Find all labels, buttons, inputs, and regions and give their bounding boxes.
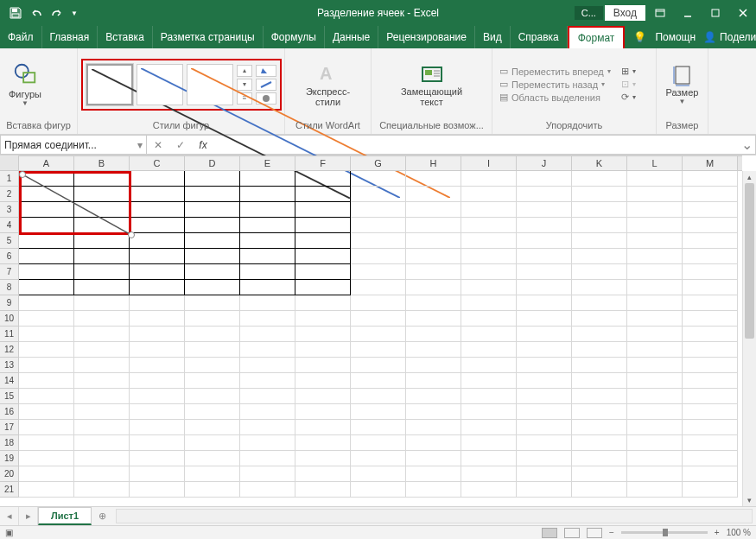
cell[interactable]	[74, 373, 130, 389]
cell[interactable]	[74, 358, 130, 373]
row-header[interactable]: 14	[0, 373, 19, 389]
cell[interactable]	[295, 202, 351, 218]
cell[interactable]	[406, 202, 461, 218]
cell[interactable]	[295, 373, 351, 389]
cell[interactable]	[130, 404, 185, 420]
cell[interactable]	[185, 187, 240, 202]
cell[interactable]	[572, 327, 627, 342]
cell[interactable]	[351, 342, 406, 358]
tab-файл[interactable]: Файл	[0, 26, 42, 48]
cell[interactable]	[461, 389, 517, 404]
cell[interactable]	[295, 280, 351, 295]
scroll-up-icon[interactable]: ▴	[743, 171, 756, 183]
cell[interactable]	[461, 358, 517, 373]
cell[interactable]	[130, 171, 185, 187]
cell[interactable]	[19, 358, 74, 373]
line-shape[interactable]	[22, 174, 131, 235]
cell[interactable]	[130, 327, 185, 342]
row-header[interactable]: 3	[0, 202, 19, 218]
new-sheet-icon[interactable]: ⊕	[92, 507, 112, 525]
cell[interactable]	[351, 373, 406, 389]
cell[interactable]	[240, 327, 295, 342]
rotate-button[interactable]: ⟳▾	[621, 92, 636, 103]
row-header[interactable]: 1	[0, 171, 19, 187]
cell[interactable]	[572, 373, 627, 389]
cell[interactable]	[627, 389, 683, 404]
cell[interactable]	[683, 420, 738, 435]
shape-handle-end[interactable]	[128, 231, 135, 238]
cell[interactable]	[683, 218, 738, 233]
normal-view-icon[interactable]	[542, 528, 557, 538]
sheet-nav-next-icon[interactable]: ▸	[19, 507, 38, 525]
row-header[interactable]: 13	[0, 358, 19, 373]
cell[interactable]	[351, 451, 406, 466]
cell[interactable]	[185, 171, 240, 187]
tab-формат[interactable]: Формат	[568, 26, 626, 48]
cell[interactable]	[406, 264, 461, 280]
cell[interactable]	[74, 466, 130, 482]
sheet-nav-prev-icon[interactable]: ◂	[0, 507, 19, 525]
cell[interactable]	[19, 404, 74, 420]
row-header[interactable]: 9	[0, 295, 19, 311]
cell[interactable]	[627, 327, 683, 342]
cell[interactable]	[406, 389, 461, 404]
column-header[interactable]: K	[572, 156, 627, 170]
cell[interactable]	[185, 342, 240, 358]
cell[interactable]	[627, 451, 683, 466]
cell[interactable]	[683, 249, 738, 264]
cell[interactable]	[240, 171, 295, 187]
cell[interactable]	[19, 327, 74, 342]
cell[interactable]	[683, 404, 738, 420]
cell[interactable]	[185, 466, 240, 482]
cell[interactable]	[351, 389, 406, 404]
scroll-down-icon[interactable]: ▾	[743, 494, 756, 506]
cell[interactable]	[240, 295, 295, 311]
column-header[interactable]: L	[627, 156, 683, 170]
column-header[interactable]: G	[351, 156, 406, 170]
cell[interactable]	[295, 171, 351, 187]
cell[interactable]	[19, 466, 74, 482]
size-button[interactable]: Размер ▼	[661, 61, 704, 107]
tab-рецензирование[interactable]: Рецензирование	[378, 26, 475, 48]
cell[interactable]	[295, 358, 351, 373]
horizontal-scrollbar[interactable]	[116, 509, 753, 523]
cell[interactable]	[351, 311, 406, 327]
cell[interactable]	[19, 435, 74, 451]
cell[interactable]	[517, 342, 572, 358]
cell[interactable]	[185, 280, 240, 295]
cell[interactable]	[461, 218, 517, 233]
cell[interactable]	[461, 311, 517, 327]
cell[interactable]	[517, 218, 572, 233]
cell[interactable]	[74, 420, 130, 435]
cell[interactable]	[406, 466, 461, 482]
style-thumb-3[interactable]	[187, 64, 233, 105]
cell[interactable]	[240, 187, 295, 202]
cell[interactable]	[627, 482, 683, 498]
cell[interactable]	[185, 435, 240, 451]
cell[interactable]	[130, 373, 185, 389]
cell[interactable]	[406, 311, 461, 327]
cell[interactable]	[406, 218, 461, 233]
cell[interactable]	[295, 342, 351, 358]
cell[interactable]	[185, 373, 240, 389]
cell[interactable]	[74, 451, 130, 466]
shapes-button[interactable]: Фигуры ▼	[3, 60, 47, 109]
cell[interactable]	[517, 404, 572, 420]
cell[interactable]	[461, 280, 517, 295]
help-label[interactable]: Помощн	[655, 31, 696, 43]
cell[interactable]	[572, 451, 627, 466]
cell[interactable]	[19, 264, 74, 280]
cell[interactable]	[461, 327, 517, 342]
cell[interactable]	[572, 435, 627, 451]
expand-formula-bar-icon[interactable]: ⌄	[738, 136, 755, 153]
cell[interactable]	[185, 451, 240, 466]
cell[interactable]	[627, 466, 683, 482]
cell[interactable]	[185, 218, 240, 233]
cell[interactable]	[461, 171, 517, 187]
cell[interactable]	[627, 342, 683, 358]
align-button[interactable]: ⊞▾	[621, 66, 636, 77]
cell[interactable]	[572, 171, 627, 187]
cell[interactable]	[627, 187, 683, 202]
tab-вставка[interactable]: Вставка	[98, 26, 153, 48]
cell[interactable]	[295, 482, 351, 498]
